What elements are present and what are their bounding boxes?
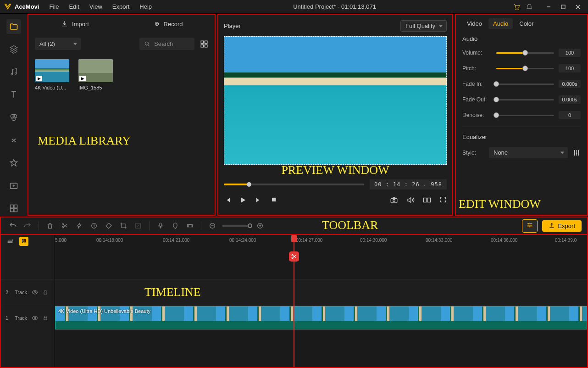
sidebar-audio[interactable] xyxy=(6,65,21,79)
sidebar-media[interactable] xyxy=(6,19,21,34)
media-search[interactable]: Search xyxy=(139,38,194,50)
playhead-handle[interactable] xyxy=(291,235,297,242)
reverse-button[interactable] xyxy=(88,219,100,232)
zoom-in-button[interactable] xyxy=(254,219,266,232)
adjust-button[interactable] xyxy=(522,219,538,233)
stop-button[interactable] xyxy=(271,196,277,205)
play-button[interactable] xyxy=(239,196,247,205)
import-tab[interactable]: Import xyxy=(28,15,122,33)
seek-bar[interactable] xyxy=(224,184,364,185)
svg-rect-37 xyxy=(44,318,47,320)
range-button[interactable] xyxy=(183,219,196,232)
menu-export[interactable]: Export xyxy=(108,1,134,12)
lock-icon[interactable] xyxy=(43,290,48,295)
marker-button[interactable] xyxy=(169,219,182,232)
fadeout-value[interactable]: 0.000s xyxy=(559,95,581,104)
edit-tab-color[interactable]: Color xyxy=(515,18,538,29)
denoise-value[interactable]: 0 xyxy=(559,111,581,119)
delete-button[interactable] xyxy=(44,219,56,232)
crop-button[interactable] xyxy=(117,219,130,232)
svg-point-36 xyxy=(34,317,36,319)
volume-slider[interactable] xyxy=(496,52,554,54)
fadein-value[interactable]: 0.000s xyxy=(559,80,581,88)
timeline-ruler[interactable]: 5.000 00:14:18.000 00:14:21.000 00:14:24… xyxy=(55,235,587,248)
volume-row: Volume: 100 xyxy=(462,49,581,57)
fadeout-slider[interactable] xyxy=(496,99,554,100)
voiceover-button[interactable] xyxy=(154,219,167,232)
media-filter-select[interactable]: All (2) xyxy=(35,38,81,50)
record-tab[interactable]: Record xyxy=(122,15,215,33)
menu-file[interactable]: File xyxy=(44,1,63,12)
volume-button[interactable] xyxy=(406,196,415,206)
zoom-out-button[interactable] xyxy=(206,219,219,232)
fullscreen-button[interactable] xyxy=(439,196,447,206)
tag-button[interactable] xyxy=(102,219,115,232)
edit-tab-audio[interactable]: Audio xyxy=(488,18,513,29)
next-frame-button[interactable] xyxy=(255,196,262,205)
media-item-1[interactable]: ▶ IMG_1585 xyxy=(78,59,113,90)
svg-rect-12 xyxy=(11,209,14,212)
quality-select[interactable]: Full Quality xyxy=(400,20,447,32)
prev-frame-button[interactable] xyxy=(224,196,231,205)
sidebar-text[interactable] xyxy=(6,88,21,102)
track-2-lane[interactable] xyxy=(55,279,587,305)
svg-rect-25 xyxy=(427,198,431,202)
cart-icon[interactable] xyxy=(513,3,520,11)
playhead[interactable] xyxy=(294,235,294,367)
split-button[interactable] xyxy=(58,219,71,232)
seek-handle[interactable] xyxy=(247,182,251,187)
zoom-slider[interactable] xyxy=(222,225,250,227)
svg-rect-20 xyxy=(205,45,207,47)
export-icon xyxy=(549,223,555,229)
svg-point-15 xyxy=(156,23,158,25)
magnet-button[interactable] xyxy=(19,237,28,246)
grid-view-icon[interactable] xyxy=(200,40,208,48)
sidebar-elements[interactable] xyxy=(6,156,21,170)
playhead-cut-icon[interactable] xyxy=(289,251,299,262)
record-icon xyxy=(154,21,160,27)
close-button[interactable] xyxy=(571,2,584,12)
eye-icon[interactable] xyxy=(32,315,38,321)
sidebar-pip[interactable] xyxy=(6,178,21,193)
search-icon xyxy=(144,41,150,47)
sidebar-filters[interactable] xyxy=(6,110,21,125)
svg-point-8 xyxy=(12,117,16,120)
maximize-button[interactable] xyxy=(557,2,570,12)
edit-tab-video[interactable]: Video xyxy=(462,18,487,29)
media-item-0[interactable]: ▶ 4K Video (U... xyxy=(35,59,69,90)
undo-button[interactable] xyxy=(6,219,19,232)
fadein-slider[interactable] xyxy=(496,84,554,85)
pitch-slider[interactable] xyxy=(496,68,554,69)
lock-icon[interactable] xyxy=(43,315,48,321)
eq-settings-icon[interactable] xyxy=(572,149,581,157)
sidebar-layers[interactable] xyxy=(6,42,21,57)
timeline-body[interactable]: 5.000 00:14:18.000 00:14:21.000 00:14:24… xyxy=(55,235,587,367)
volume-value[interactable]: 100 xyxy=(559,49,581,57)
export-button[interactable]: Export xyxy=(542,220,582,232)
edit-disabled-button xyxy=(132,219,144,232)
sidebar-transitions[interactable] xyxy=(6,133,21,148)
svg-point-0 xyxy=(516,9,516,10)
bell-icon[interactable] xyxy=(526,3,533,11)
snapshot-button[interactable] xyxy=(390,196,398,206)
eye-icon[interactable] xyxy=(32,289,38,296)
menu-help[interactable]: Help xyxy=(135,1,156,12)
eq-style-select[interactable]: None xyxy=(489,147,568,158)
sidebar-split[interactable] xyxy=(6,201,21,216)
speed-button[interactable] xyxy=(73,219,86,232)
redo-button[interactable] xyxy=(21,219,34,232)
timeline-clip[interactable]: 4K Video (Ultra HD) Unbelievable Beauty xyxy=(55,306,587,329)
pitch-value[interactable]: 100 xyxy=(559,64,581,72)
svg-point-16 xyxy=(145,42,148,45)
denoise-slider[interactable] xyxy=(496,115,554,116)
compare-button[interactable] xyxy=(423,196,431,206)
add-track-button[interactable] xyxy=(6,237,15,246)
menu-view[interactable]: View xyxy=(85,1,107,12)
svg-rect-10 xyxy=(11,205,14,208)
overlay-toolbar: TOOLBAR xyxy=(322,218,378,232)
preview-canvas[interactable]: PREVIEW WINDOW xyxy=(224,36,447,165)
app-name: AceMovi xyxy=(15,3,39,10)
track-1-lane[interactable]: 4K Video (Ultra HD) Unbelievable Beauty xyxy=(55,305,587,330)
minimize-button[interactable] xyxy=(542,2,555,12)
menu-edit[interactable]: Edit xyxy=(64,1,83,12)
